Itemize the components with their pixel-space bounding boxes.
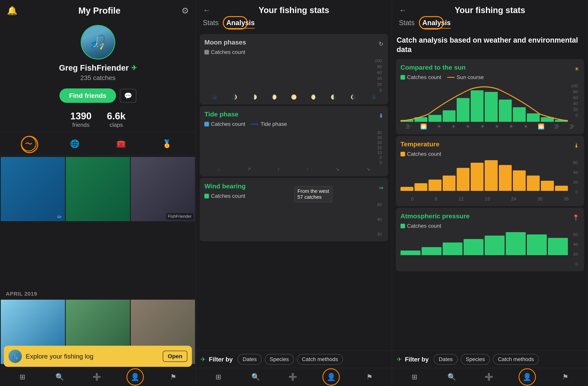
- activity-icon: 〜: [25, 138, 33, 149]
- photo-grid: 🐟 FishFriender: [0, 156, 196, 287]
- tab-stats-2[interactable]: Stats: [399, 19, 415, 29]
- explore-open-button[interactable]: Open: [163, 351, 188, 362]
- stats-title-1: Your fishing stats: [214, 5, 373, 15]
- profile-panel: 🔔 My Profile ⚙ 🎣 Greg FishFriender ✈ 235…: [0, 0, 196, 386]
- tide-title: Tide phase: [204, 111, 238, 118]
- bar: [513, 107, 526, 122]
- filter-species-2[interactable]: Species: [461, 354, 490, 365]
- sun-title: Compared to the sun: [400, 64, 466, 71]
- filter-catch-methods-1[interactable]: Catch methods: [297, 354, 343, 365]
- legend-label-tide: Tide phase: [261, 121, 287, 127]
- profile-header: 🔔 My Profile ⚙: [0, 0, 196, 21]
- tab-analysis-1[interactable]: Analysis: [226, 19, 255, 29]
- profile-stats: 1390 friends 6.6k claps: [0, 111, 196, 128]
- photo-cell[interactable]: 🐟: [1, 157, 65, 221]
- bottom-nav-grid-3[interactable]: ⊞: [407, 369, 422, 385]
- pressure-icon: 📍: [572, 214, 579, 221]
- tab-analysis-2[interactable]: Analysis: [422, 19, 451, 29]
- bottom-nav-profile-3[interactable]: 👤: [519, 368, 536, 386]
- legend-sun-course: Sun course: [447, 74, 484, 80]
- bottom-nav-search-3[interactable]: 🔍: [444, 369, 459, 385]
- tide-chart-wrapper: 302520151050: [204, 130, 383, 165]
- temp-legend: Catches count: [400, 151, 579, 157]
- moon-chart-wrapper: 100806040200: [204, 58, 383, 93]
- bottom-nav-add-3[interactable]: ➕: [481, 369, 497, 385]
- avatar-image: 🎣: [82, 26, 114, 59]
- legend-line-orange: [447, 77, 455, 78]
- trophy-icon: 🏅: [162, 139, 172, 148]
- bar: [443, 176, 456, 191]
- filter-species-1[interactable]: Species: [265, 354, 294, 365]
- bar: [457, 168, 469, 191]
- section-label: APRIL 2019: [0, 287, 196, 299]
- bottom-nav-flag-3[interactable]: ⚑: [558, 369, 573, 385]
- temp-y-labels: 6040200: [568, 160, 579, 195]
- bottom-nav-add-2[interactable]: ➕: [285, 369, 301, 385]
- friends-label: friends: [70, 122, 91, 128]
- bottom-nav-1: ⊞ 🔍 ➕ 👤 ⚑: [0, 368, 196, 386]
- legend-catches-atm: Catches count: [400, 223, 441, 229]
- stats1-content: Moon phases ↻ Catches count: [196, 32, 392, 386]
- bottom-nav-flag-2[interactable]: ⚑: [362, 369, 377, 385]
- wind-section: Wind bearing ⇒ Catches count: [200, 178, 388, 241]
- bottom-nav-search-2[interactable]: 🔍: [248, 369, 263, 385]
- tide-legend: Catches count Tide phase: [204, 121, 383, 127]
- filter-dates-2[interactable]: Dates: [434, 354, 458, 365]
- tab-stats-1[interactable]: Stats: [203, 19, 219, 29]
- gear-icon[interactable]: ⚙: [181, 6, 189, 16]
- bar: [443, 243, 462, 255]
- stats2-tabs: Stats Analysis: [392, 17, 588, 32]
- verified-icon: ✈: [131, 64, 137, 72]
- bar: [548, 238, 568, 255]
- bar: [428, 180, 441, 191]
- moon-refresh-icon[interactable]: ↻: [379, 41, 383, 47]
- avatar-container: 🎣: [0, 25, 196, 60]
- tab-globe[interactable]: 🌐: [67, 136, 83, 151]
- filter-logo-2: ✈: [397, 356, 402, 363]
- bottom-nav-grid-2[interactable]: ⊞: [211, 369, 226, 385]
- sun-section: Compared to the sun ☀ Catches count Sun …: [396, 59, 584, 134]
- bottom-nav-profile-2[interactable]: 👤: [322, 368, 340, 386]
- stats-header-1: ← Your fishing stats: [196, 0, 392, 17]
- legend-label: Catches count: [211, 49, 245, 55]
- back-button-1[interactable]: ←: [203, 6, 210, 15]
- bell-icon[interactable]: 🔔: [7, 5, 18, 16]
- tab-tools[interactable]: 🧰: [113, 136, 129, 151]
- bar: [541, 117, 554, 122]
- tide-download-icon[interactable]: ⬇: [379, 113, 383, 119]
- bar: [428, 115, 441, 122]
- tab-activity[interactable]: 〜: [21, 136, 36, 151]
- atm-y-labels: 6040200: [568, 232, 579, 267]
- bottom-nav-profile-active[interactable]: 👤: [126, 368, 144, 386]
- legend-dot-green-sun: [400, 75, 405, 80]
- bar: [400, 120, 413, 122]
- bottom-nav-3: ⊞ 🔍 ➕ 👤 ⚑: [392, 368, 588, 386]
- photo-cell[interactable]: [66, 157, 130, 221]
- sun-icon: ☀: [574, 66, 579, 72]
- claps-label: claps: [107, 122, 126, 128]
- legend-label-catches-atm: Catches count: [407, 223, 441, 229]
- message-button[interactable]: 💬: [120, 89, 136, 103]
- filter-dates-1[interactable]: Dates: [238, 354, 262, 365]
- bottom-nav-flag[interactable]: ⚑: [166, 369, 181, 385]
- filter-bar-2: ✈ Filter by Dates Species Catch methods: [392, 351, 588, 368]
- sun-curve-svg: [400, 83, 568, 122]
- back-button-2[interactable]: ←: [399, 6, 407, 15]
- bar: [499, 100, 512, 122]
- bottom-nav-add[interactable]: ➕: [89, 369, 105, 385]
- tide-x-labels: ↓↗↑↑↘↘: [204, 166, 383, 172]
- wind-direction-icon: ⇒: [379, 184, 383, 191]
- tab-trophy[interactable]: 🏅: [159, 136, 175, 151]
- bottom-nav-search[interactable]: 🔍: [52, 369, 67, 385]
- catches-count: 235 catches: [0, 74, 196, 82]
- profile-title: My Profile: [18, 5, 181, 16]
- filter-catch-methods-2[interactable]: Catch methods: [493, 354, 539, 365]
- temp-title: Temperature: [400, 140, 440, 148]
- find-friends-button[interactable]: Find friends: [60, 89, 116, 103]
- bar: [471, 163, 483, 191]
- stats-panel-2: ← Your fishing stats Stats Analysis Catc…: [392, 0, 588, 386]
- bottom-nav-grid[interactable]: ⊞: [15, 369, 30, 385]
- bar: [457, 98, 469, 122]
- photo-cell[interactable]: FishFriender: [131, 157, 195, 221]
- stats-title-2: Your fishing stats: [410, 5, 569, 15]
